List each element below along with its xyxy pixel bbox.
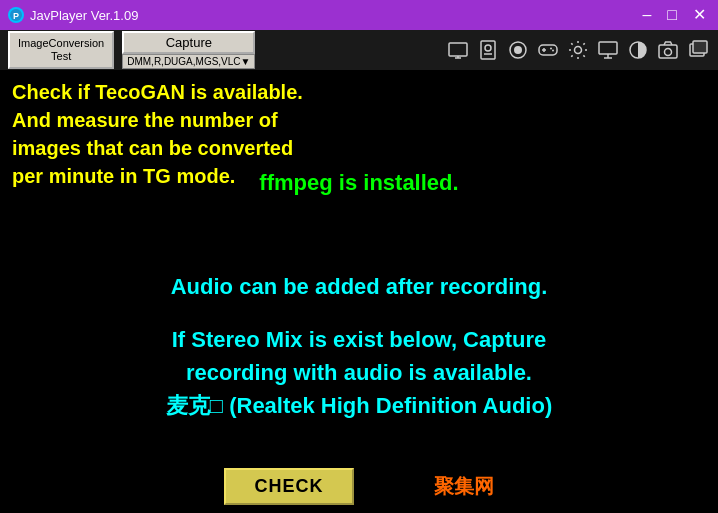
ffmpeg-text: ffmpeg is installed. [259, 170, 458, 195]
svg-rect-23 [693, 41, 707, 53]
svg-rect-2 [449, 43, 467, 56]
svg-text:P: P [13, 11, 19, 21]
window-controls: – □ ✕ [638, 7, 710, 23]
toolbar-icons [446, 38, 710, 62]
cyan-block-2: recording with audio is available. [12, 356, 706, 389]
capture-dropdown[interactable]: DMM,R,DUGA,MGS,VLC ▼ [122, 54, 255, 69]
title-bar: P JavPlayer Ver.1.09 – □ ✕ [0, 0, 718, 30]
dropdown-arrow-icon: ▼ [241, 56, 251, 67]
cyan-block-3: 麦克□ (Realtek High Definition Audio) [12, 389, 706, 422]
maximize-button[interactable]: □ [663, 7, 681, 23]
check-button[interactable]: CHECK [224, 468, 353, 505]
brightness-icon[interactable] [626, 38, 650, 62]
window-icon[interactable] [686, 38, 710, 62]
svg-point-13 [550, 48, 552, 50]
camera-icon[interactable] [656, 38, 680, 62]
cyan-text-section-2: If Stereo Mix is exist below, Capture re… [12, 323, 706, 422]
image-conversion-button[interactable]: ImageConversionTest [8, 31, 114, 69]
gamepad-icon[interactable] [536, 38, 560, 62]
yellow-line-1: Check if TecoGAN is available. [12, 78, 706, 106]
cyan-text-section-1: Audio can be added after recording. [12, 270, 706, 303]
app-icon: P [8, 7, 24, 23]
yellow-line-3: images that can be converted [12, 134, 706, 162]
title-bar-left: P JavPlayer Ver.1.09 [8, 7, 138, 23]
main-content: Check if TecoGAN is available. And measu… [0, 70, 718, 513]
svg-point-14 [552, 50, 554, 52]
settings-icon[interactable] [566, 38, 590, 62]
cyan-block-1: If Stereo Mix is exist below, Capture [12, 323, 706, 356]
svg-rect-10 [539, 45, 557, 55]
monitor-icon[interactable] [596, 38, 620, 62]
cyan-line-1: Audio can be added after recording. [12, 270, 706, 303]
close-button[interactable]: ✕ [689, 7, 710, 23]
capture-group: Capture DMM,R,DUGA,MGS,VLC ▼ [122, 31, 255, 69]
svg-rect-16 [599, 42, 617, 54]
capture-button[interactable]: Capture [122, 31, 255, 54]
yellow-line-2: And measure the number of [12, 106, 706, 134]
toolbar: ImageConversionTest Capture DMM,R,DUGA,M… [0, 30, 718, 70]
image-conversion-label: ImageConversionTest [18, 37, 104, 62]
bottom-bar: CHECK 聚集网 [12, 460, 706, 513]
record-icon[interactable] [506, 38, 530, 62]
app-title: JavPlayer Ver.1.09 [30, 8, 138, 23]
badge-icon[interactable] [476, 38, 500, 62]
screen-icon[interactable] [446, 38, 470, 62]
watermark: 聚集网 [434, 473, 494, 500]
capture-dropdown-label: DMM,R,DUGA,MGS,VLC [127, 56, 240, 67]
minimize-button[interactable]: – [638, 7, 655, 23]
svg-point-6 [485, 45, 491, 51]
svg-point-21 [665, 49, 672, 56]
ffmpeg-line: ffmpeg is installed. [259, 170, 458, 196]
svg-point-15 [575, 47, 582, 54]
svg-point-9 [514, 46, 522, 54]
svg-rect-5 [481, 41, 495, 59]
